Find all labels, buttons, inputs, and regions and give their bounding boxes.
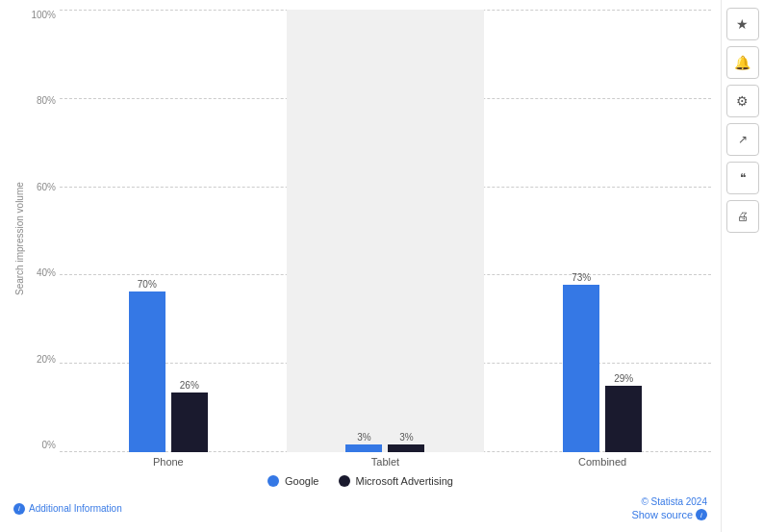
sidebar-btn-share[interactable]: ↗ [726, 123, 759, 156]
sidebar-btn-bell[interactable]: 🔔 [726, 46, 759, 79]
bar-group-combined: 73% 29% [563, 272, 642, 452]
bar-combined-google-rect [563, 285, 599, 452]
legend-dot-google [267, 475, 279, 487]
bar-combined-google: 73% [563, 272, 599, 452]
bar-tablet-google: 3% [345, 432, 382, 452]
x-label-combined: Combined [554, 456, 650, 468]
y-axis-ticks: 0% 20% 40% 60% 80% 100% [27, 10, 60, 452]
additional-info-link[interactable]: i Additional Information [13, 503, 122, 515]
x-axis: Phone Tablet Combined [27, 452, 711, 468]
bar-combined-ms-rect [605, 386, 642, 452]
show-source-link[interactable]: Show source i [631, 509, 707, 520]
bar-group-tablet: 3% 3% [345, 432, 424, 452]
bar-tablet-ms-rect [388, 444, 424, 452]
legend-label-ms: Microsoft Advertising [356, 475, 453, 487]
info-icon: i [13, 503, 25, 515]
show-source-label: Show source [631, 509, 693, 520]
bar-combined-ms-label: 29% [614, 373, 633, 384]
bar-combined-google-label: 73% [572, 272, 591, 283]
bar-phone-google-label: 70% [138, 279, 157, 290]
legend-label-google: Google [285, 475, 318, 487]
y-tick-80: 80% [27, 95, 56, 106]
bar-phone-google-rect [129, 291, 165, 452]
show-source-info-icon: i [696, 509, 707, 520]
y-tick-40: 40% [27, 267, 56, 278]
sidebar-btn-gear[interactable]: ⚙ [726, 85, 759, 117]
sidebar-btn-quote[interactable]: ❝ [726, 162, 759, 194]
bar-phone-google: 70% [129, 279, 165, 452]
footer: i Additional Information © Statista 2024… [10, 491, 711, 522]
legend-item-ms: Microsoft Advertising [339, 475, 453, 487]
x-label-tablet: Tablet [337, 456, 433, 468]
y-tick-20: 20% [27, 354, 56, 365]
sidebar-btn-print[interactable]: 🖨 [726, 200, 759, 233]
bar-combined-ms: 29% [605, 373, 642, 452]
bars-container: 70% 26% [60, 10, 711, 452]
statista-credit: © Statista 2024 [641, 496, 707, 507]
bar-tablet-google-rect [345, 444, 382, 452]
y-tick-100: 100% [27, 10, 56, 20]
legend-item-google: Google [267, 475, 318, 487]
bar-phone-ms: 26% [171, 380, 208, 452]
chart-plot-area: 70% 26% [60, 10, 711, 452]
legend-dot-ms [339, 475, 350, 487]
chart-legend: Google Microsoft Advertising [10, 468, 711, 491]
bar-tablet-ms: 3% [388, 432, 424, 452]
bar-group-phone: 70% 26% [129, 279, 208, 452]
y-tick-0: 0% [27, 440, 56, 450]
bar-phone-ms-rect [171, 393, 208, 452]
footer-right: © Statista 2024 Show source i [631, 496, 707, 520]
bar-tablet-google-label: 3% [357, 432, 370, 443]
bar-phone-ms-label: 26% [180, 380, 199, 391]
sidebar-btn-star[interactable]: ★ [726, 8, 759, 40]
y-tick-60: 60% [27, 182, 56, 192]
y-axis-label: Search impression volume [10, 10, 27, 468]
x-label-phone: Phone [120, 456, 216, 468]
sidebar: ★ 🔔 ⚙ ↗ ❝ 🖨 [721, 0, 763, 532]
additional-info-label: Additional Information [29, 503, 122, 514]
bar-tablet-ms-label: 3% [399, 432, 413, 443]
